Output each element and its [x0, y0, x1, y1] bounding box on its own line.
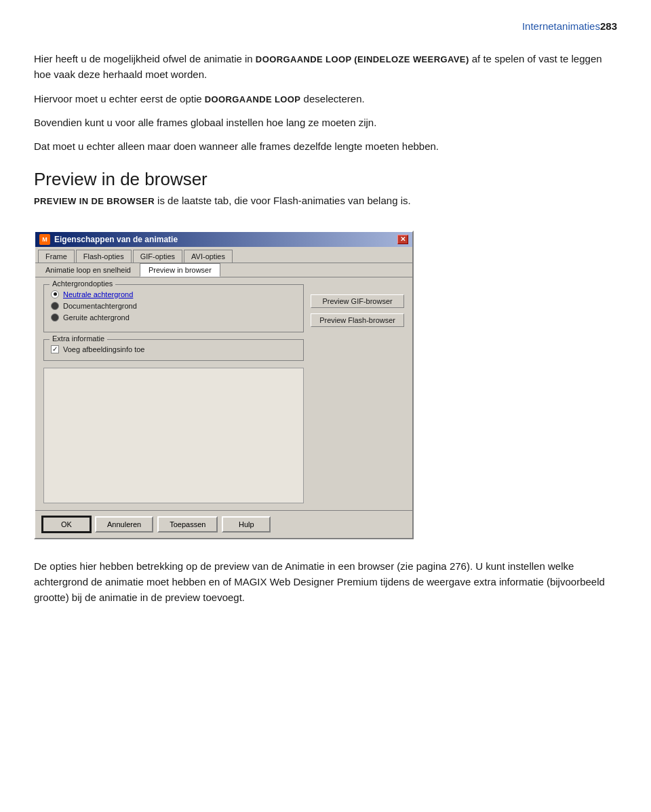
titlebar-left: M Eigenschappen van de animatie — [39, 234, 178, 245]
paragraph-3: Bovendien kunt u voor alle frames globaa… — [34, 115, 617, 130]
checkbox-row-afbeelding: ✓ Voeg afbeeldingsinfo toe — [51, 345, 296, 353]
annuleren-button[interactable]: Annuleren — [95, 516, 153, 533]
dialog-close-button[interactable]: ✕ — [397, 235, 408, 244]
radio-document-achtergrond[interactable] — [51, 302, 59, 310]
tab-avi-opties[interactable]: AVI-opties — [184, 250, 233, 263]
radio-label-document: Documentachtergrond — [63, 302, 137, 310]
ok-button[interactable]: OK — [42, 516, 91, 533]
tab-flash-opties[interactable]: Flash-opties — [76, 250, 132, 263]
background-section-label: Achtergrondopties — [50, 279, 115, 288]
radio-neutrale-achtergrond[interactable] — [51, 290, 59, 298]
dialog-right-col: Preview GIF-browser Preview Flash-browse… — [311, 284, 404, 327]
dialog-app-icon: M — [39, 234, 50, 245]
section-intro: PREVIEW IN DE BROWSER is de laatste tab,… — [34, 193, 617, 208]
radio-row-neutrale: Neutrale achtergrond — [51, 290, 296, 298]
checkbox-label: Voeg afbeeldingsinfo toe — [63, 345, 145, 353]
chapter-title: Internetanimaties — [522, 20, 600, 32]
dialog-titlebar: M Eigenschappen van de animatie ✕ — [35, 232, 412, 247]
subtab-animatie-loop[interactable]: Animatie loop en snelheid — [38, 263, 138, 277]
background-section: Achtergrondopties Neutrale achtergrond D… — [43, 284, 304, 332]
radio-geruite-achtergrond[interactable] — [51, 313, 59, 322]
page-number: 283 — [600, 20, 617, 32]
dialog-left-col: Achtergrondopties Neutrale achtergrond D… — [43, 284, 304, 503]
preview-flash-browser-button[interactable]: Preview Flash-browser — [311, 313, 404, 327]
dialog-body-split: Achtergrondopties Neutrale achtergrond D… — [43, 284, 404, 503]
preview-gif-browser-button[interactable]: Preview GIF-browser — [311, 294, 404, 308]
radio-row-geruite: Geruite achtergrond — [51, 313, 296, 322]
subtab-preview-browser[interactable]: Preview in browser — [140, 263, 220, 277]
dialog-title: Eigenschappen van de animatie — [54, 235, 178, 244]
checkbox-afbeeldingsinfo[interactable]: ✓ — [51, 345, 59, 353]
dialog-spacer-area — [43, 368, 304, 503]
dialog-tabs-row: Frame Flash-opties GIF-opties AVI-opties — [35, 247, 412, 263]
radio-label-geruite: Geruite achtergrond — [63, 313, 130, 322]
dialog-box: M Eigenschappen van de animatie ✕ Frame … — [34, 231, 414, 539]
tab-frame[interactable]: Frame — [38, 250, 75, 263]
radio-row-document: Documentachtergrond — [51, 302, 296, 310]
dialog-container: M Eigenschappen van de animatie ✕ Frame … — [34, 231, 414, 539]
dialog-content: Achtergrondopties Neutrale achtergrond D… — [35, 277, 412, 510]
radio-label-neutrale: Neutrale achtergrond — [63, 290, 133, 298]
paragraph-2: Hiervoor moet u echter eerst de optie DO… — [34, 91, 617, 107]
paragraph-5: De opties hier hebben betrekking op de p… — [34, 558, 617, 606]
section-heading: Preview in de browser — [34, 169, 617, 190]
paragraph-4: Dat moet u echter alleen maar doen wanne… — [34, 138, 617, 154]
hulp-button[interactable]: Hulp — [222, 516, 271, 533]
toepassen-button[interactable]: Toepassen — [157, 516, 218, 533]
extra-section-label: Extra informatie — [50, 334, 107, 343]
tab-gif-opties[interactable]: GIF-opties — [133, 250, 182, 263]
extra-info-section: Extra informatie ✓ Voeg afbeeldingsinfo … — [43, 339, 304, 361]
page-header: Internetanimaties 283 — [34, 20, 617, 32]
dialog-subtabs-row: Animatie loop en snelheid Preview in bro… — [35, 263, 412, 277]
dialog-footer: OK Annuleren Toepassen Hulp — [35, 510, 412, 538]
paragraph-1: Hier heeft u de mogelijkheid ofwel de an… — [34, 51, 617, 83]
